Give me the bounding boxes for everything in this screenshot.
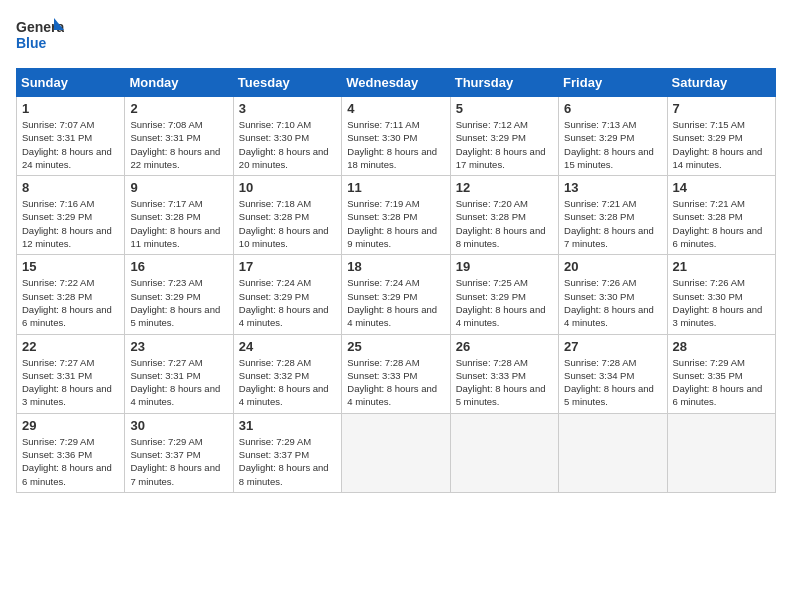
day-info: Sunrise: 7:07 AM Sunset: 3:31 PM Dayligh…: [22, 118, 119, 171]
day-number: 28: [673, 339, 770, 354]
day-info: Sunrise: 7:21 AM Sunset: 3:28 PM Dayligh…: [673, 197, 770, 250]
day-number: 27: [564, 339, 661, 354]
calendar-cell: [450, 413, 558, 492]
day-number: 11: [347, 180, 444, 195]
calendar-week-5: 29Sunrise: 7:29 AM Sunset: 3:36 PM Dayli…: [17, 413, 776, 492]
day-number: 1: [22, 101, 119, 116]
day-number: 6: [564, 101, 661, 116]
day-info: Sunrise: 7:28 AM Sunset: 3:32 PM Dayligh…: [239, 356, 336, 409]
day-number: 26: [456, 339, 553, 354]
calendar-body: 1Sunrise: 7:07 AM Sunset: 3:31 PM Daylig…: [17, 97, 776, 493]
calendar-cell: 22Sunrise: 7:27 AM Sunset: 3:31 PM Dayli…: [17, 334, 125, 413]
day-info: Sunrise: 7:18 AM Sunset: 3:28 PM Dayligh…: [239, 197, 336, 250]
day-header-thursday: Thursday: [450, 69, 558, 97]
day-number: 15: [22, 259, 119, 274]
calendar-cell: 21Sunrise: 7:26 AM Sunset: 3:30 PM Dayli…: [667, 255, 775, 334]
day-info: Sunrise: 7:21 AM Sunset: 3:28 PM Dayligh…: [564, 197, 661, 250]
calendar-cell: 27Sunrise: 7:28 AM Sunset: 3:34 PM Dayli…: [559, 334, 667, 413]
day-info: Sunrise: 7:29 AM Sunset: 3:35 PM Dayligh…: [673, 356, 770, 409]
calendar-cell: 15Sunrise: 7:22 AM Sunset: 3:28 PM Dayli…: [17, 255, 125, 334]
calendar-cell: [667, 413, 775, 492]
day-info: Sunrise: 7:28 AM Sunset: 3:33 PM Dayligh…: [347, 356, 444, 409]
calendar-cell: 4Sunrise: 7:11 AM Sunset: 3:30 PM Daylig…: [342, 97, 450, 176]
day-info: Sunrise: 7:15 AM Sunset: 3:29 PM Dayligh…: [673, 118, 770, 171]
day-info: Sunrise: 7:10 AM Sunset: 3:30 PM Dayligh…: [239, 118, 336, 171]
calendar-cell: 18Sunrise: 7:24 AM Sunset: 3:29 PM Dayli…: [342, 255, 450, 334]
day-info: Sunrise: 7:28 AM Sunset: 3:33 PM Dayligh…: [456, 356, 553, 409]
svg-text:Blue: Blue: [16, 35, 47, 51]
calendar-cell: 12Sunrise: 7:20 AM Sunset: 3:28 PM Dayli…: [450, 176, 558, 255]
calendar-cell: [342, 413, 450, 492]
day-info: Sunrise: 7:17 AM Sunset: 3:28 PM Dayligh…: [130, 197, 227, 250]
day-info: Sunrise: 7:29 AM Sunset: 3:37 PM Dayligh…: [130, 435, 227, 488]
day-number: 10: [239, 180, 336, 195]
calendar-cell: 23Sunrise: 7:27 AM Sunset: 3:31 PM Dayli…: [125, 334, 233, 413]
calendar-cell: 13Sunrise: 7:21 AM Sunset: 3:28 PM Dayli…: [559, 176, 667, 255]
calendar-cell: 11Sunrise: 7:19 AM Sunset: 3:28 PM Dayli…: [342, 176, 450, 255]
day-info: Sunrise: 7:22 AM Sunset: 3:28 PM Dayligh…: [22, 276, 119, 329]
day-info: Sunrise: 7:24 AM Sunset: 3:29 PM Dayligh…: [239, 276, 336, 329]
day-number: 16: [130, 259, 227, 274]
day-header-tuesday: Tuesday: [233, 69, 341, 97]
calendar-week-4: 22Sunrise: 7:27 AM Sunset: 3:31 PM Dayli…: [17, 334, 776, 413]
calendar-cell: 1Sunrise: 7:07 AM Sunset: 3:31 PM Daylig…: [17, 97, 125, 176]
page-header: General Blue: [16, 16, 776, 56]
logo: General Blue: [16, 16, 68, 56]
calendar-cell: 10Sunrise: 7:18 AM Sunset: 3:28 PM Dayli…: [233, 176, 341, 255]
day-info: Sunrise: 7:12 AM Sunset: 3:29 PM Dayligh…: [456, 118, 553, 171]
calendar-cell: 25Sunrise: 7:28 AM Sunset: 3:33 PM Dayli…: [342, 334, 450, 413]
calendar-cell: 30Sunrise: 7:29 AM Sunset: 3:37 PM Dayli…: [125, 413, 233, 492]
day-number: 13: [564, 180, 661, 195]
calendar-week-1: 1Sunrise: 7:07 AM Sunset: 3:31 PM Daylig…: [17, 97, 776, 176]
calendar-cell: 29Sunrise: 7:29 AM Sunset: 3:36 PM Dayli…: [17, 413, 125, 492]
day-info: Sunrise: 7:26 AM Sunset: 3:30 PM Dayligh…: [673, 276, 770, 329]
day-number: 23: [130, 339, 227, 354]
day-info: Sunrise: 7:26 AM Sunset: 3:30 PM Dayligh…: [564, 276, 661, 329]
day-number: 7: [673, 101, 770, 116]
calendar-cell: 20Sunrise: 7:26 AM Sunset: 3:30 PM Dayli…: [559, 255, 667, 334]
day-header-saturday: Saturday: [667, 69, 775, 97]
calendar-cell: [559, 413, 667, 492]
day-info: Sunrise: 7:29 AM Sunset: 3:36 PM Dayligh…: [22, 435, 119, 488]
day-info: Sunrise: 7:16 AM Sunset: 3:29 PM Dayligh…: [22, 197, 119, 250]
calendar-cell: 6Sunrise: 7:13 AM Sunset: 3:29 PM Daylig…: [559, 97, 667, 176]
day-number: 30: [130, 418, 227, 433]
day-info: Sunrise: 7:19 AM Sunset: 3:28 PM Dayligh…: [347, 197, 444, 250]
day-number: 8: [22, 180, 119, 195]
calendar-cell: 3Sunrise: 7:10 AM Sunset: 3:30 PM Daylig…: [233, 97, 341, 176]
day-number: 20: [564, 259, 661, 274]
day-info: Sunrise: 7:25 AM Sunset: 3:29 PM Dayligh…: [456, 276, 553, 329]
day-number: 14: [673, 180, 770, 195]
day-number: 4: [347, 101, 444, 116]
calendar-table: SundayMondayTuesdayWednesdayThursdayFrid…: [16, 68, 776, 493]
day-info: Sunrise: 7:13 AM Sunset: 3:29 PM Dayligh…: [564, 118, 661, 171]
day-number: 19: [456, 259, 553, 274]
day-info: Sunrise: 7:08 AM Sunset: 3:31 PM Dayligh…: [130, 118, 227, 171]
day-info: Sunrise: 7:27 AM Sunset: 3:31 PM Dayligh…: [130, 356, 227, 409]
day-number: 31: [239, 418, 336, 433]
day-info: Sunrise: 7:11 AM Sunset: 3:30 PM Dayligh…: [347, 118, 444, 171]
calendar-cell: 19Sunrise: 7:25 AM Sunset: 3:29 PM Dayli…: [450, 255, 558, 334]
calendar-cell: 8Sunrise: 7:16 AM Sunset: 3:29 PM Daylig…: [17, 176, 125, 255]
calendar-cell: 14Sunrise: 7:21 AM Sunset: 3:28 PM Dayli…: [667, 176, 775, 255]
day-number: 18: [347, 259, 444, 274]
calendar-cell: 5Sunrise: 7:12 AM Sunset: 3:29 PM Daylig…: [450, 97, 558, 176]
day-number: 22: [22, 339, 119, 354]
day-number: 29: [22, 418, 119, 433]
calendar-header-row: SundayMondayTuesdayWednesdayThursdayFrid…: [17, 69, 776, 97]
calendar-cell: 31Sunrise: 7:29 AM Sunset: 3:37 PM Dayli…: [233, 413, 341, 492]
day-number: 17: [239, 259, 336, 274]
day-number: 12: [456, 180, 553, 195]
day-info: Sunrise: 7:27 AM Sunset: 3:31 PM Dayligh…: [22, 356, 119, 409]
day-info: Sunrise: 7:29 AM Sunset: 3:37 PM Dayligh…: [239, 435, 336, 488]
calendar-week-3: 15Sunrise: 7:22 AM Sunset: 3:28 PM Dayli…: [17, 255, 776, 334]
day-number: 21: [673, 259, 770, 274]
calendar-cell: 26Sunrise: 7:28 AM Sunset: 3:33 PM Dayli…: [450, 334, 558, 413]
day-header-wednesday: Wednesday: [342, 69, 450, 97]
day-info: Sunrise: 7:23 AM Sunset: 3:29 PM Dayligh…: [130, 276, 227, 329]
calendar-cell: 16Sunrise: 7:23 AM Sunset: 3:29 PM Dayli…: [125, 255, 233, 334]
calendar-cell: 7Sunrise: 7:15 AM Sunset: 3:29 PM Daylig…: [667, 97, 775, 176]
calendar-cell: 17Sunrise: 7:24 AM Sunset: 3:29 PM Dayli…: [233, 255, 341, 334]
calendar-cell: 24Sunrise: 7:28 AM Sunset: 3:32 PM Dayli…: [233, 334, 341, 413]
day-number: 24: [239, 339, 336, 354]
